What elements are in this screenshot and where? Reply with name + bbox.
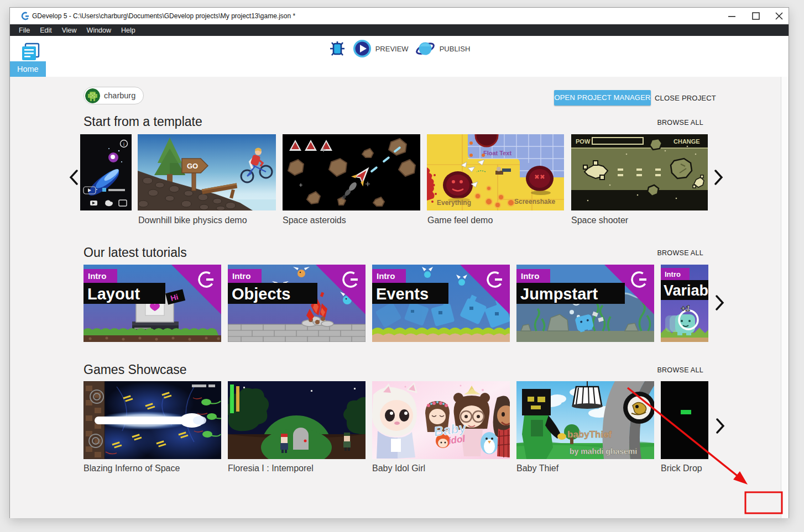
showcase-caption: Baby Thief — [516, 463, 558, 473]
tutorial-thumb-layout[interactable]: Hi Intro Layout — [83, 265, 221, 342]
svg-text:Layout: Layout — [87, 285, 140, 303]
tutorial-thumb-jumpstart[interactable]: Intro Jumpstart — [516, 265, 654, 342]
gdevelop-logo-icon — [21, 12, 30, 20]
svg-text:Everything: Everything — [437, 199, 471, 207]
svg-text:GO: GO — [187, 162, 198, 170]
svg-text:+1: +1 — [681, 303, 690, 313]
tutorial-thumb-objects[interactable]: Intro Objects — [228, 265, 366, 342]
section-title-templates: Start from a template — [83, 114, 202, 129]
publish-button[interactable]: PUBLISH — [415, 39, 471, 58]
tutorial-thumb-events[interactable]: Intro Events — [372, 265, 510, 342]
menu-window[interactable]: Window — [82, 27, 116, 34]
menu-view[interactable]: View — [57, 27, 82, 34]
template-caption: Game feel demo — [427, 215, 493, 225]
svg-text:Intro: Intro — [377, 271, 395, 281]
template-thumb-particle-demo[interactable]: i — [80, 134, 132, 210]
showcase-caption: Floresia I : Intemporel — [228, 463, 314, 473]
menu-edit[interactable]: Edit — [35, 27, 57, 34]
minimize-button[interactable] — [723, 8, 742, 24]
template-thumb-space-shooter[interactable]: POW CHANGE — [571, 134, 708, 210]
carousel-right-icon[interactable] — [714, 170, 724, 185]
section-title-tutorials: Our latest tutorials — [83, 245, 187, 260]
menu-bar: File Edit View Window Help — [10, 24, 789, 36]
menu-help[interactable]: Help — [116, 27, 140, 34]
section-title-showcase: Games Showcase — [83, 362, 187, 377]
publish-label: PUBLISH — [440, 45, 471, 53]
svg-text:Intro: Intro — [521, 271, 539, 281]
user-chip[interactable]: charburg — [83, 87, 144, 104]
svg-text:Variables: Variables — [664, 282, 708, 299]
open-project-manager-button[interactable]: OPEN PROJECT MANAGER — [554, 90, 651, 106]
browse-all-showcase[interactable]: BROWSE ALL — [648, 366, 703, 374]
tab-bar: Home — [10, 61, 789, 77]
close-button[interactable] — [770, 8, 789, 24]
svg-text:Intro: Intro — [88, 271, 106, 281]
close-project-button[interactable]: CLOSE PROJECT — [655, 94, 716, 102]
template-thumb-space-asteroids[interactable] — [283, 134, 420, 210]
svg-text:i: i — [123, 141, 124, 147]
template-thumb-game-feel-demo[interactable]: Float Text — [427, 134, 564, 210]
template-caption: Downhill bike physics demo — [138, 215, 247, 225]
svg-text:POW: POW — [576, 138, 591, 145]
showcase-caption: Baby Idol Girl — [372, 463, 425, 473]
template-caption: Space asteroids — [283, 215, 346, 225]
debugger-icon[interactable] — [328, 40, 346, 57]
svg-text:Events: Events — [376, 285, 429, 303]
template-thumb-downhill-bike[interactable]: GO — [138, 134, 276, 210]
showcase-caption: Brick Drop — [661, 463, 702, 473]
carousel-right-icon[interactable] — [715, 295, 725, 310]
svg-text:Screenshake: Screenshake — [514, 198, 555, 206]
avatar — [85, 88, 100, 103]
publish-planet-icon — [415, 39, 436, 58]
svg-text:Jumpstart: Jumpstart — [520, 285, 598, 303]
svg-text:Intro: Intro — [665, 270, 681, 278]
svg-text:Objects: Objects — [232, 285, 290, 303]
menu-file[interactable]: File — [14, 27, 35, 34]
showcase-thumb-baby-thief[interactable]: babyThief by mahdi ghasemi — [516, 381, 654, 459]
preview-play-icon — [353, 39, 372, 58]
scrollbar[interactable] — [781, 77, 789, 518]
showcase-caption: Blazing Inferno of Space — [83, 463, 180, 473]
showcase-thumb-floresia[interactable] — [228, 381, 366, 459]
preview-button[interactable]: PREVIEW — [353, 39, 409, 58]
title-bar: GDevelop 5 - C:\Users\charburg\Documents… — [10, 8, 789, 24]
showcase-thumb-baby-idol-girl[interactable]: Baby idol — [372, 381, 510, 459]
svg-text:babyThief: babyThief — [567, 429, 612, 440]
showcase-thumb-brick-drop[interactable] — [661, 381, 708, 459]
preview-label: PREVIEW — [375, 45, 409, 53]
username: charburg — [104, 91, 135, 100]
template-caption: Space shooter — [571, 215, 628, 225]
carousel-left-icon[interactable] — [69, 170, 79, 185]
maximize-button[interactable] — [746, 8, 765, 24]
browse-all-tutorials[interactable]: BROWSE ALL — [648, 249, 703, 257]
window-title: GDevelop 5 - C:\Users\charburg\Documents… — [32, 12, 295, 20]
svg-text:by mahdi ghasemi: by mahdi ghasemi — [570, 447, 637, 456]
svg-text:Intro: Intro — [232, 271, 250, 281]
showcase-thumb-blazing-inferno[interactable] — [83, 381, 221, 459]
home-page: charburg OPEN PROJECT MANAGER CLOSE PROJ… — [10, 77, 789, 518]
app-window: GDevelop 5 - C:\Users\charburg\Documents… — [9, 7, 789, 518]
carousel-right-icon[interactable] — [716, 418, 725, 434]
tab-home[interactable]: Home — [10, 61, 46, 77]
tutorial-thumb-variables[interactable]: +1 Intro Variables — [661, 265, 708, 342]
svg-text:Float Text: Float Text — [483, 150, 511, 156]
svg-text:CHANGE: CHANGE — [674, 138, 700, 145]
browse-all-templates[interactable]: BROWSE ALL — [648, 119, 703, 127]
